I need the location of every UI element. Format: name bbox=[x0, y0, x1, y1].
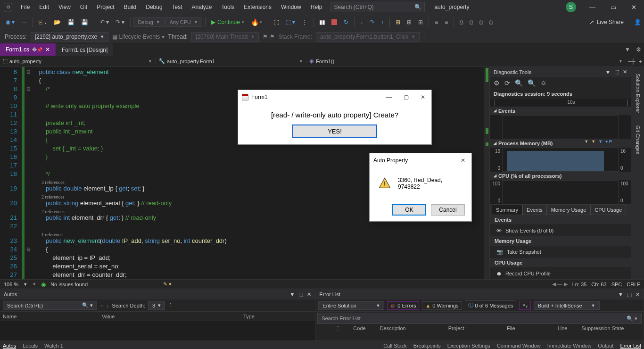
menu-extensions[interactable]: Extensions bbox=[239, 1, 276, 13]
take-snapshot-link[interactable]: 📷Take Snapshot bbox=[490, 246, 631, 258]
line-number[interactable]: 15 bbox=[0, 144, 17, 153]
hot-reload-button[interactable]: 🔥 ▾ bbox=[248, 17, 265, 27]
tool-icon[interactable]: ⎙ bbox=[467, 17, 476, 27]
col-type[interactable]: Type bbox=[243, 314, 264, 319]
save-button[interactable]: 💾 bbox=[65, 17, 77, 27]
line-number[interactable]: 26 bbox=[0, 262, 17, 271]
nav-back-button[interactable]: ◉ ▾ bbox=[3, 17, 17, 27]
col-proj[interactable]: Project bbox=[448, 325, 464, 331]
tool-icon[interactable]: ⊞ bbox=[393, 17, 403, 27]
code-line[interactable]: public new_element(double IP_add, string… bbox=[32, 237, 489, 245]
lifecycle-label[interactable]: Lifecycle Events bbox=[119, 33, 160, 40]
menu-analyze[interactable]: Analyze bbox=[187, 1, 217, 13]
tab-output[interactable]: Output bbox=[598, 343, 613, 349]
tool-icon[interactable]: ⎙ bbox=[487, 17, 495, 27]
maximize-button[interactable]: ▢ bbox=[397, 91, 414, 104]
tool-icon[interactable]: ⊞ bbox=[404, 17, 414, 27]
nav-member[interactable]: ◉Form1()▼ bbox=[306, 58, 626, 64]
step-button-3[interactable]: ⋮ bbox=[299, 17, 310, 27]
nav-class[interactable]: 🔧auto_property.Form1▼ bbox=[156, 58, 306, 64]
platform-combo[interactable]: Any CPU▼ bbox=[165, 17, 202, 27]
show-events-link[interactable]: 👁Show Events (0 of 0) bbox=[490, 225, 631, 236]
step-button-2[interactable]: ⬚ ▾ bbox=[283, 17, 298, 27]
diag-tab-cpu-usage[interactable]: CPU Usage bbox=[590, 205, 626, 215]
menu-git[interactable]: Git bbox=[75, 1, 92, 13]
redo-button[interactable]: ↷ ▾ bbox=[113, 17, 127, 27]
diag-tab-events[interactable]: Events bbox=[522, 205, 547, 215]
line-number[interactable]: 22 bbox=[0, 222, 17, 231]
line-number[interactable]: 11 bbox=[0, 110, 17, 119]
nav-namespace[interactable]: ⬚auto_property▼ bbox=[0, 58, 156, 64]
col-value[interactable]: Value bbox=[102, 314, 243, 319]
menu-file[interactable]: File bbox=[16, 1, 34, 13]
warnings-filter[interactable]: ▲0 Warnings bbox=[422, 301, 462, 310]
tools-icon[interactable]: ⛭ bbox=[540, 79, 547, 87]
admin-icon[interactable]: 👤 bbox=[631, 17, 644, 27]
tab-form1-design[interactable]: Form1.cs [Design] bbox=[56, 43, 114, 56]
fold-toggle[interactable]: ⊟ bbox=[25, 245, 32, 254]
ok-button[interactable]: OK bbox=[392, 204, 426, 216]
pause-button[interactable]: ▮▮ bbox=[316, 17, 328, 27]
menu-edit[interactable]: Edit bbox=[34, 1, 54, 13]
col-name[interactable]: Name bbox=[3, 314, 102, 319]
pin-icon[interactable]: ⬚ bbox=[298, 291, 303, 298]
gear-icon[interactable]: ⚙ bbox=[494, 79, 500, 87]
tab-watch-1[interactable]: Watch 1 bbox=[44, 343, 63, 349]
line-number[interactable]: 17 bbox=[0, 161, 17, 170]
fold-toggle[interactable]: ⊟ bbox=[25, 68, 32, 76]
fold-toggle[interactable]: ⊟ bbox=[25, 85, 32, 93]
close-icon[interactable]: ✕ bbox=[636, 291, 640, 298]
zoom-in-icon[interactable]: 🔍 bbox=[515, 79, 523, 87]
undo-button[interactable]: ↶ ▾ bbox=[97, 17, 112, 27]
filter-icon[interactable]: ×ᵧ bbox=[519, 301, 530, 310]
minimize-button[interactable]: — bbox=[582, 0, 603, 14]
step-over-button[interactable]: ↷ bbox=[367, 17, 377, 27]
col-file[interactable]: File bbox=[507, 325, 515, 331]
close-icon[interactable]: ✕ bbox=[307, 291, 311, 298]
tool-icon[interactable]: ⎙ bbox=[457, 17, 466, 27]
line-number[interactable]: 6 bbox=[0, 68, 17, 76]
tool-icon[interactable]: ≡ bbox=[432, 17, 441, 27]
step-into-button[interactable]: ↓ bbox=[357, 17, 366, 27]
cpu-graph[interactable]: 1000 1000 bbox=[490, 180, 631, 204]
messages-filter[interactable]: ⓘ0 of 6 Messages bbox=[465, 300, 517, 310]
new-item-button[interactable]: ⎘ ▾ bbox=[36, 17, 50, 27]
menu-tools[interactable]: Tools bbox=[216, 1, 239, 13]
menu-project[interactable]: Project bbox=[92, 1, 119, 13]
tab-command-window[interactable]: Command Window bbox=[497, 343, 541, 349]
code-line[interactable]: element_drr = counter_ddr; bbox=[32, 271, 489, 279]
code-line[interactable]: set { _int = value; } bbox=[32, 144, 489, 153]
split-button[interactable]: ─╫ bbox=[626, 58, 637, 64]
line-number[interactable]: 8 bbox=[0, 85, 17, 93]
dropdown-icon[interactable]: ▼ bbox=[289, 291, 295, 297]
close-button[interactable]: ✕ bbox=[624, 0, 644, 14]
live-share-button[interactable]: ↗ Live Share bbox=[589, 19, 630, 25]
pin-icon[interactable]: ⬚ bbox=[627, 291, 632, 298]
col-line[interactable]: Line bbox=[558, 325, 568, 331]
close-button[interactable]: ✕ bbox=[414, 91, 431, 104]
line-number[interactable]: 7 bbox=[0, 76, 17, 85]
autos-search[interactable]: Search (Ctrl+E) 🔍 ▾ bbox=[3, 301, 97, 310]
line-number[interactable]: 20 bbox=[0, 199, 17, 208]
line-number[interactable]: 27 bbox=[0, 271, 17, 279]
stop-button[interactable] bbox=[329, 18, 340, 26]
tool-icon[interactable]: ⊞ bbox=[415, 17, 426, 27]
thread-combo[interactable]: [20760] Main Thread▼ bbox=[191, 32, 259, 42]
user-avatar[interactable]: S bbox=[566, 2, 576, 12]
col-supp[interactable]: Suppression State bbox=[581, 325, 624, 331]
config-combo[interactable]: Debug▼ bbox=[133, 17, 164, 27]
continue-button[interactable]: ▶Continue▾ bbox=[208, 17, 247, 27]
line-number[interactable]: 23 bbox=[0, 237, 17, 245]
line-number[interactable]: 24 bbox=[0, 245, 17, 254]
zoom-reset-icon[interactable]: ⟳ bbox=[504, 79, 510, 87]
zoom-out-icon[interactable]: 🔍 bbox=[528, 79, 536, 87]
tab-immediate-window[interactable]: Immediate Window bbox=[547, 343, 592, 349]
line-number[interactable]: 12 bbox=[0, 119, 17, 127]
menu-view[interactable]: View bbox=[54, 1, 75, 13]
close-icon[interactable]: ✕ bbox=[45, 46, 50, 53]
scope-combo[interactable]: Entire Solution▼ bbox=[318, 301, 384, 310]
solution-explorer-tab[interactable]: Solution Explorer bbox=[633, 70, 643, 117]
col-desc[interactable]: Description bbox=[380, 325, 406, 331]
menu-window[interactable]: Window bbox=[276, 1, 306, 13]
minimize-button[interactable]: — bbox=[380, 91, 397, 104]
